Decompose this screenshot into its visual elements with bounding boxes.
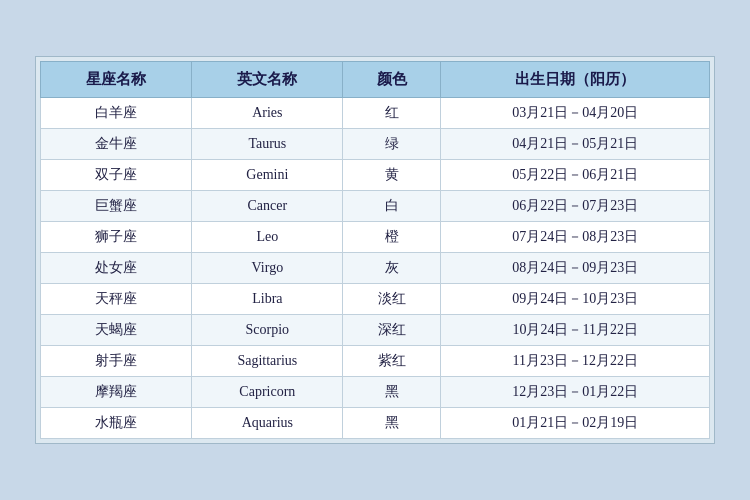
header-date: 出生日期（阳历） bbox=[441, 62, 710, 98]
cell-date: 08月24日－09月23日 bbox=[441, 253, 710, 284]
cell-date: 07月24日－08月23日 bbox=[441, 222, 710, 253]
table-row: 狮子座Leo橙07月24日－08月23日 bbox=[41, 222, 710, 253]
header-english-name: 英文名称 bbox=[192, 62, 343, 98]
cell-english-name: Leo bbox=[192, 222, 343, 253]
cell-color: 绿 bbox=[343, 129, 441, 160]
cell-chinese-name: 双子座 bbox=[41, 160, 192, 191]
cell-color: 橙 bbox=[343, 222, 441, 253]
cell-date: 10月24日－11月22日 bbox=[441, 315, 710, 346]
cell-color: 淡红 bbox=[343, 284, 441, 315]
cell-date: 11月23日－12月22日 bbox=[441, 346, 710, 377]
table-header-row: 星座名称 英文名称 颜色 出生日期（阳历） bbox=[41, 62, 710, 98]
cell-color: 白 bbox=[343, 191, 441, 222]
table-row: 双子座Gemini黄05月22日－06月21日 bbox=[41, 160, 710, 191]
cell-chinese-name: 天蝎座 bbox=[41, 315, 192, 346]
cell-color: 黑 bbox=[343, 377, 441, 408]
table-row: 水瓶座Aquarius黑01月21日－02月19日 bbox=[41, 408, 710, 439]
cell-english-name: Aquarius bbox=[192, 408, 343, 439]
cell-color: 深红 bbox=[343, 315, 441, 346]
cell-date: 05月22日－06月21日 bbox=[441, 160, 710, 191]
cell-english-name: Gemini bbox=[192, 160, 343, 191]
cell-chinese-name: 水瓶座 bbox=[41, 408, 192, 439]
cell-english-name: Sagittarius bbox=[192, 346, 343, 377]
table-row: 摩羯座Capricorn黑12月23日－01月22日 bbox=[41, 377, 710, 408]
cell-chinese-name: 狮子座 bbox=[41, 222, 192, 253]
cell-chinese-name: 处女座 bbox=[41, 253, 192, 284]
cell-date: 03月21日－04月20日 bbox=[441, 98, 710, 129]
cell-date: 12月23日－01月22日 bbox=[441, 377, 710, 408]
zodiac-table: 星座名称 英文名称 颜色 出生日期（阳历） 白羊座Aries红03月21日－04… bbox=[40, 61, 710, 439]
header-chinese-name: 星座名称 bbox=[41, 62, 192, 98]
cell-english-name: Libra bbox=[192, 284, 343, 315]
cell-english-name: Cancer bbox=[192, 191, 343, 222]
cell-color: 灰 bbox=[343, 253, 441, 284]
cell-chinese-name: 金牛座 bbox=[41, 129, 192, 160]
cell-date: 01月21日－02月19日 bbox=[441, 408, 710, 439]
table-row: 白羊座Aries红03月21日－04月20日 bbox=[41, 98, 710, 129]
cell-date: 09月24日－10月23日 bbox=[441, 284, 710, 315]
cell-chinese-name: 射手座 bbox=[41, 346, 192, 377]
table-body: 白羊座Aries红03月21日－04月20日金牛座Taurus绿04月21日－0… bbox=[41, 98, 710, 439]
cell-chinese-name: 天秤座 bbox=[41, 284, 192, 315]
header-color: 颜色 bbox=[343, 62, 441, 98]
table-row: 巨蟹座Cancer白06月22日－07月23日 bbox=[41, 191, 710, 222]
table-row: 天蝎座Scorpio深红10月24日－11月22日 bbox=[41, 315, 710, 346]
cell-date: 06月22日－07月23日 bbox=[441, 191, 710, 222]
cell-color: 紫红 bbox=[343, 346, 441, 377]
cell-chinese-name: 白羊座 bbox=[41, 98, 192, 129]
cell-color: 黑 bbox=[343, 408, 441, 439]
table-row: 金牛座Taurus绿04月21日－05月21日 bbox=[41, 129, 710, 160]
cell-chinese-name: 摩羯座 bbox=[41, 377, 192, 408]
table-row: 处女座Virgo灰08月24日－09月23日 bbox=[41, 253, 710, 284]
cell-date: 04月21日－05月21日 bbox=[441, 129, 710, 160]
cell-english-name: Taurus bbox=[192, 129, 343, 160]
cell-chinese-name: 巨蟹座 bbox=[41, 191, 192, 222]
cell-english-name: Scorpio bbox=[192, 315, 343, 346]
cell-color: 黄 bbox=[343, 160, 441, 191]
table-row: 射手座Sagittarius紫红11月23日－12月22日 bbox=[41, 346, 710, 377]
zodiac-table-container: 星座名称 英文名称 颜色 出生日期（阳历） 白羊座Aries红03月21日－04… bbox=[35, 56, 715, 444]
cell-english-name: Virgo bbox=[192, 253, 343, 284]
cell-color: 红 bbox=[343, 98, 441, 129]
cell-english-name: Aries bbox=[192, 98, 343, 129]
cell-english-name: Capricorn bbox=[192, 377, 343, 408]
table-row: 天秤座Libra淡红09月24日－10月23日 bbox=[41, 284, 710, 315]
